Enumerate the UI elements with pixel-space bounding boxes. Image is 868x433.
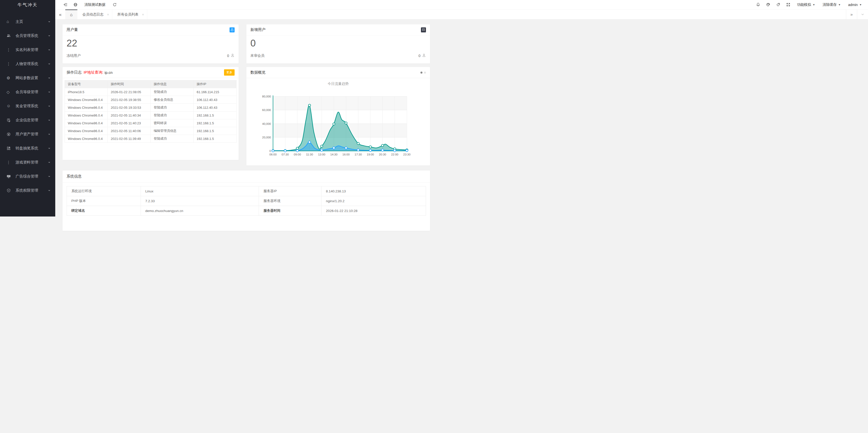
globe-icon[interactable] xyxy=(70,0,81,9)
svg-text:09:00: 09:00 xyxy=(294,153,301,156)
table-row: Windows Chrome86.0.42021-02-05 11:40:23密… xyxy=(65,119,237,127)
svg-text:40,000: 40,000 xyxy=(262,122,271,125)
svg-text:17:30: 17:30 xyxy=(354,153,362,156)
collapse-menu-icon[interactable] xyxy=(60,0,70,9)
column-header: 设备型号 xyxy=(65,81,108,88)
sidebar-item-label: 用户资产管理 xyxy=(16,132,48,136)
doc-edit-icon xyxy=(6,118,16,122)
clear-test-data-button[interactable]: 清除测试数据 xyxy=(84,2,105,7)
carousel-indicator xyxy=(421,71,426,73)
daily-badge: 日 xyxy=(421,27,426,32)
pending-members-label: 未审会员 xyxy=(250,54,265,58)
sidebar-item[interactable]: 转盘抽奖系统 xyxy=(0,141,55,155)
user-count-value: 22 xyxy=(67,38,235,49)
traffic-area-chart: 06:0007:3009:0011:3013:0014:3016:0017:30… xyxy=(246,78,430,165)
table-row: PHP 版本7.2.33服务器环境nginx/1.20.2 xyxy=(67,196,426,206)
svg-text:13:00: 13:00 xyxy=(318,153,325,156)
shield-icon xyxy=(6,188,16,193)
tab-label: 所有会员列表 xyxy=(117,12,138,17)
sidebar-item-label: 广告综合管理 xyxy=(16,174,48,179)
svg-text:16:00: 16:00 xyxy=(342,153,350,156)
sidebar-item[interactable]: ☺ 奖金管理系统 xyxy=(0,99,55,113)
sidebar-item[interactable]: ⌂ 主页 xyxy=(0,14,55,29)
gear-icon: ⚙ xyxy=(6,75,16,81)
tab[interactable]: 所有会员列表× xyxy=(112,9,147,19)
main-content: 用户量 总 22 冻结用户 0 新增用户 日 0 未审会员 0 操作日志 IP地… xyxy=(55,20,434,216)
table-row: Windows Chrome86.0.42021-02-05 19:33:53登… xyxy=(65,104,237,112)
svg-text:06:00: 06:00 xyxy=(270,153,277,156)
refresh-icon[interactable] xyxy=(110,0,120,9)
system-info-card: 系统信息 系统运行环境Linux服务器IP8.140.238.13PHP 版本7… xyxy=(63,171,430,216)
chevron-down-icon xyxy=(48,162,50,164)
ip-query-value: ip.cn xyxy=(104,70,113,74)
table-row: 系统运行环境Linux服务器IP8.140.238.13 xyxy=(67,186,426,196)
sidebar-item[interactable]: ⋮ 实名列表管理 xyxy=(0,43,55,57)
sidebar-item[interactable]: 用户资产管理 xyxy=(0,127,55,141)
person-icon xyxy=(230,53,235,58)
sidebar-item-label: 转盘抽奖系统 xyxy=(16,146,48,151)
close-icon[interactable]: × xyxy=(107,12,109,17)
more-button[interactable]: 更多 xyxy=(224,69,235,75)
close-icon[interactable]: × xyxy=(142,12,144,17)
chevron-down-icon xyxy=(48,120,50,122)
card-header: 新增用户 日 xyxy=(246,24,430,35)
column-header: 操作时间 xyxy=(108,81,151,88)
operation-log-table: 设备型号操作时间操作信息操作IP iPhone18.52026-01-22 21… xyxy=(65,80,237,143)
chevron-down-icon xyxy=(48,106,50,108)
svg-text:80,000: 80,000 xyxy=(262,95,271,98)
svg-text:60,000: 60,000 xyxy=(262,109,271,112)
sidebar-item-label: 实名列表管理 xyxy=(16,48,48,52)
app-logo: 牛气冲天 xyxy=(0,0,55,10)
tab-home[interactable]: ⌂ xyxy=(65,9,78,19)
sidebar-item-label: 系统权限管理 xyxy=(16,188,48,193)
card-header: 系统信息 xyxy=(63,171,430,183)
sidebar-item[interactable]: ⋮ 游戏资料管理 xyxy=(0,155,55,169)
sidebar-item-label: 会员管理系统 xyxy=(16,33,48,38)
sidebar-item[interactable]: ⋮ 人物管理系统 xyxy=(0,57,55,71)
carousel-dot-active[interactable] xyxy=(421,71,423,73)
sidebar-item-label: 主页 xyxy=(16,19,48,24)
carousel-dot[interactable] xyxy=(424,71,426,73)
sidebar-item[interactable]: ⚙ 网站参数设置 xyxy=(0,71,55,85)
tabs-scroll-left-button[interactable]: « xyxy=(55,9,65,19)
frozen-users-value: 0 xyxy=(227,54,229,58)
dots-icon: ⋮ xyxy=(6,48,16,52)
tab-bar: « ⌂ 会员动态日志×所有会员列表× » xyxy=(55,9,434,20)
sidebar-item[interactable]: 会员管理系统 xyxy=(0,29,55,43)
card-header: 操作日志 IP地址查询: ip.cn 更多 xyxy=(63,67,239,78)
home-icon: ⌂ xyxy=(6,19,16,24)
card-title: 系统信息 xyxy=(67,174,82,179)
sidebar-item[interactable]: 企业信息管理 xyxy=(0,113,55,127)
card-title: 数据概览 xyxy=(250,70,266,75)
tab[interactable]: 会员动态日志× xyxy=(78,9,112,19)
sidebar-item[interactable]: ◇ 会员等级管理 xyxy=(0,85,55,99)
card-header: 数据概览 xyxy=(246,67,430,78)
chevron-down-icon xyxy=(48,134,50,136)
chevron-down-icon xyxy=(48,148,50,150)
chevron-down-icon xyxy=(48,176,50,178)
chevron-down-icon xyxy=(48,92,50,94)
sidebar-item-label: 游戏资料管理 xyxy=(16,160,48,165)
sidebar-item-label: 会员等级管理 xyxy=(16,90,48,94)
chevron-down-icon xyxy=(48,50,50,52)
svg-text:19:00: 19:00 xyxy=(367,153,374,156)
open-tabs: 会员动态日志×所有会员列表× xyxy=(78,9,147,19)
sidebar-item[interactable]: 广告综合管理 xyxy=(0,169,55,183)
svg-text:20,000: 20,000 xyxy=(262,136,271,139)
sidebar-item-label: 人物管理系统 xyxy=(16,62,48,66)
smiley-icon: ☺ xyxy=(6,104,16,108)
yen-icon xyxy=(6,132,16,136)
table-row: iPhone18.52026-01-22 21:08:05登陆成功61.166.… xyxy=(65,88,237,96)
stat-card-users: 用户量 总 22 冻结用户 0 xyxy=(63,24,239,64)
sidebar-item[interactable]: 系统权限管理 xyxy=(0,183,55,197)
sidebar-item-label: 企业信息管理 xyxy=(16,118,48,123)
table-row: Windows Chrome86.0.42021-02-05 19:38:55修… xyxy=(65,96,237,104)
chevron-down-icon xyxy=(48,35,50,37)
column-header: 操作IP xyxy=(194,81,237,88)
sidebar: 牛气冲天 ⌂ 主页 会员管理系统 ⋮ 实名列表管理 ⋮ 人物管理系统 ⚙ 网站参… xyxy=(0,0,55,216)
frozen-users-label: 冻结用户 xyxy=(67,54,81,58)
card-title: 新增用户 xyxy=(250,27,266,32)
ip-query-label: IP地址查询: xyxy=(84,70,103,75)
table-row: Windows Chrome86.0.42021-02-05 11:40:06编… xyxy=(65,127,237,135)
operation-log-card: 操作日志 IP地址查询: ip.cn 更多 设备型号操作时间操作信息操作IP i… xyxy=(63,67,239,160)
